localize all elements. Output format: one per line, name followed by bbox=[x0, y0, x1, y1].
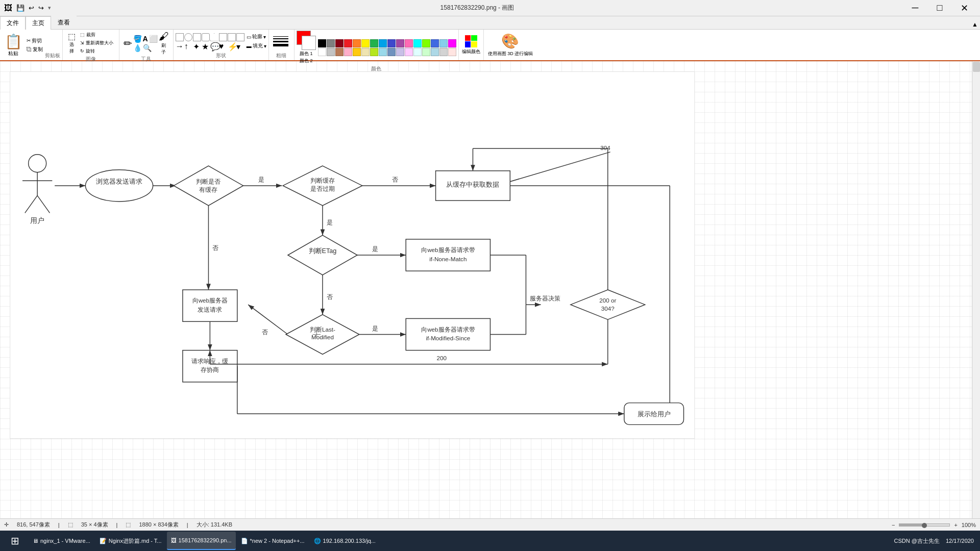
color2-box[interactable] bbox=[302, 36, 316, 50]
shape-star5[interactable]: ★ bbox=[202, 42, 210, 50]
collapse-icon[interactable]: ▲ bbox=[972, 21, 978, 28]
taskbar-notepad[interactable]: 📄 *new 2 - Notepad++... bbox=[237, 532, 309, 550]
swatch-magenta[interactable] bbox=[448, 39, 456, 47]
notepad-label: *new 2 - Notepad++... bbox=[250, 538, 305, 544]
swatch-darkred[interactable] bbox=[335, 39, 344, 47]
shape-lightning[interactable]: ⚡ bbox=[228, 42, 236, 50]
shape-line[interactable] bbox=[176, 33, 184, 41]
shape-arrow2[interactable]: ↑ bbox=[184, 42, 192, 50]
swatch-brown[interactable] bbox=[335, 48, 344, 56]
zoom-in-button[interactable]: + bbox=[954, 522, 957, 528]
shape-hexagon[interactable] bbox=[236, 33, 244, 41]
scrollbar-v-thumb[interactable] bbox=[973, 62, 980, 72]
color-pick-icon[interactable]: 💧 bbox=[133, 44, 142, 52]
swatch-lightpurple[interactable] bbox=[405, 48, 413, 56]
swatch-gainsboro[interactable] bbox=[439, 48, 448, 56]
swatch-green[interactable] bbox=[370, 39, 378, 47]
swatch-black[interactable] bbox=[318, 39, 326, 47]
swatch-royalblue[interactable] bbox=[431, 39, 439, 47]
shape-star4[interactable]: ✦ bbox=[193, 42, 201, 50]
rotate-button[interactable]: ↻ 旋转 bbox=[79, 47, 115, 55]
paint3d-button[interactable]: 🎨 使用画图 3D 进行编辑 bbox=[488, 33, 533, 57]
quick-undo[interactable]: ↩ bbox=[29, 4, 34, 12]
swatch-mistyrose[interactable] bbox=[448, 48, 456, 56]
minimize-button[interactable]: ─ bbox=[903, 0, 927, 16]
svg-text:判断缓存: 判断缓存 bbox=[310, 177, 335, 184]
close-button[interactable]: ✕ bbox=[952, 0, 976, 16]
swatch-gray[interactable] bbox=[327, 39, 335, 47]
swatch-steelblue[interactable] bbox=[387, 48, 396, 56]
copy-icon: ⿻ bbox=[27, 46, 32, 52]
resize-button[interactable]: ⇲ 重新调整大小 bbox=[79, 39, 115, 47]
select-button[interactable]: ⬚ 选择 bbox=[67, 31, 77, 56]
swatch-yellow-green[interactable] bbox=[370, 48, 378, 56]
taskbar-paint[interactable]: 🖼 1581762832290.pn... bbox=[167, 532, 236, 550]
quick-access-sep: ▾ bbox=[48, 5, 51, 11]
quick-redo[interactable]: ↪ bbox=[38, 4, 44, 12]
swatch-indigo[interactable] bbox=[387, 39, 396, 47]
image-small-btns: ⬚ 裁剪 ⇲ 重新调整大小 ↻ 旋转 bbox=[79, 31, 115, 55]
swatch-purple[interactable] bbox=[396, 39, 404, 47]
taskbar-nginx-md[interactable]: 📝 Nginx进阶篇.md - T... bbox=[95, 532, 166, 550]
paste-button[interactable]: 📋 粘贴 bbox=[2, 31, 24, 59]
magnify-icon[interactable]: 🔍 bbox=[143, 44, 152, 52]
shape-rect[interactable] bbox=[193, 33, 201, 41]
shape-diamond[interactable] bbox=[219, 33, 227, 41]
swatch-white[interactable] bbox=[318, 48, 326, 56]
swatch-lightgreen[interactable] bbox=[422, 48, 430, 56]
zoom-slider[interactable] bbox=[899, 523, 950, 527]
swatch-red[interactable] bbox=[344, 39, 352, 47]
taskbar-browser[interactable]: 🌐 192.168.200.133/jq... bbox=[310, 532, 380, 550]
tab-home[interactable]: 主页 bbox=[26, 16, 51, 30]
edit-colors-button[interactable]: 编辑颜色 bbox=[462, 35, 480, 55]
shape-triangle[interactable] bbox=[210, 33, 218, 41]
swatch-orange[interactable] bbox=[353, 39, 361, 47]
outline-label: 轮廓 bbox=[252, 33, 262, 40]
swatch-lavender[interactable] bbox=[396, 48, 404, 56]
vertical-scrollbar[interactable] bbox=[972, 61, 980, 529]
start-button[interactable]: ⊞ bbox=[2, 535, 28, 547]
quick-save[interactable]: 💾 bbox=[16, 4, 24, 12]
shape-circle[interactable] bbox=[184, 33, 192, 41]
text-icon[interactable]: A bbox=[143, 35, 148, 43]
maximize-button[interactable]: □ bbox=[928, 0, 951, 16]
cut-button[interactable]: ✂剪切 bbox=[24, 37, 45, 45]
swatch-gold[interactable] bbox=[353, 48, 361, 56]
taskbar-vmware[interactable]: 🖥 nginx_1 - VMware... bbox=[29, 532, 94, 550]
shapes-content: → ↑ ✦ ★ 💬 ♥ ⚡ ▾ ▭ 轮廓 ▾ ▬ 填充 ▾ bbox=[176, 31, 266, 52]
swatch-blue[interactable] bbox=[379, 39, 387, 47]
swatch-cream[interactable] bbox=[361, 48, 370, 56]
tab-view[interactable]: 查看 bbox=[51, 16, 77, 29]
swatch-cyan[interactable] bbox=[413, 39, 422, 47]
shape-callout[interactable]: 💬 bbox=[210, 42, 218, 50]
brush-button[interactable]: 🖌 刷子 bbox=[159, 31, 169, 56]
select-icon: ⬚ bbox=[68, 32, 76, 41]
eraser-icon[interactable]: ⬜ bbox=[149, 35, 158, 43]
fill-icon[interactable]: 🪣 bbox=[133, 35, 142, 43]
shape-rounded-rect[interactable] bbox=[202, 33, 210, 41]
clipboard-small-btns: ✂剪切 ⿻复制 bbox=[24, 31, 45, 59]
fill-button[interactable]: ▬ 填充 ▾ bbox=[247, 42, 266, 49]
outline-button[interactable]: ▭ 轮廓 ▾ bbox=[247, 33, 266, 40]
copy-button[interactable]: ⿻复制 bbox=[24, 45, 45, 54]
zoom-out-button[interactable]: − bbox=[892, 522, 895, 528]
swatch-lightcyan[interactable] bbox=[413, 48, 422, 56]
pencil-button[interactable]: ✏ bbox=[124, 37, 132, 49]
tab-file[interactable]: 文件 bbox=[0, 16, 26, 30]
swatch-lime[interactable] bbox=[422, 39, 430, 47]
canvas-area[interactable]: 用户 浏览器发送请求 判断是否 有缓存 是 判断缓存 是否过期 否 bbox=[0, 61, 980, 537]
thickness-options[interactable] bbox=[273, 31, 290, 52]
swatch-pink[interactable] bbox=[405, 39, 413, 47]
shape-more[interactable]: ▾ bbox=[236, 42, 244, 50]
swatch-lightpink[interactable] bbox=[344, 48, 352, 56]
swatch-skyblue[interactable] bbox=[439, 39, 448, 47]
svg-text:存协商: 存协商 bbox=[201, 366, 219, 373]
swatch-baby-blue[interactable] bbox=[431, 48, 439, 56]
shape-heart[interactable]: ♥ bbox=[219, 42, 227, 50]
swatch-yellow[interactable] bbox=[361, 39, 370, 47]
swatch-lightgray[interactable] bbox=[327, 48, 335, 56]
crop-button[interactable]: ⬚ 裁剪 bbox=[79, 31, 115, 39]
shape-pentagon[interactable] bbox=[228, 33, 236, 41]
shape-arrow[interactable]: → bbox=[176, 42, 184, 50]
swatch-lightblue[interactable] bbox=[379, 48, 387, 56]
